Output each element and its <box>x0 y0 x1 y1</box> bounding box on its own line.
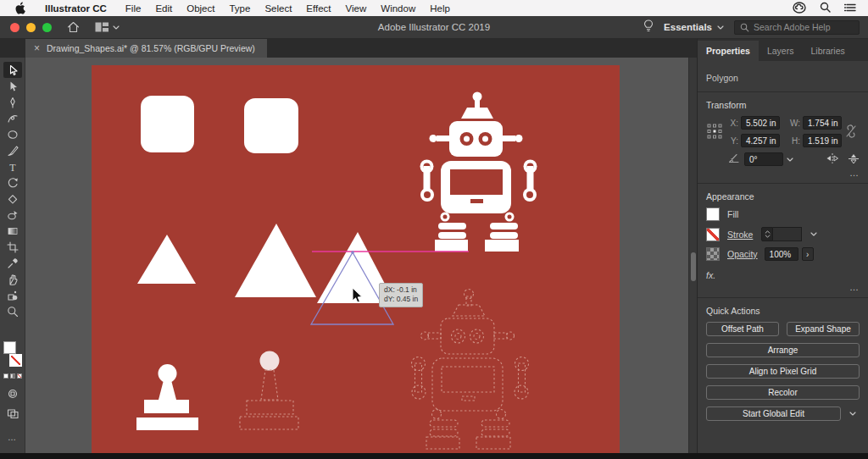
gradient-mode-icon[interactable] <box>10 373 15 379</box>
align-to-pixel-grid-button[interactable]: Align to Pixel Grid <box>706 364 860 379</box>
h-input[interactable]: 1.519 in <box>803 134 842 147</box>
y-input[interactable]: 4.257 in <box>741 134 780 147</box>
rotation-dropdown-icon[interactable] <box>783 152 797 166</box>
menu-view[interactable]: View <box>346 3 367 14</box>
zoom-window-button[interactable] <box>42 23 52 32</box>
drag-anchor-point <box>351 251 354 254</box>
opacity-input[interactable]: 100% <box>765 247 798 261</box>
tool-ellipse[interactable] <box>3 126 22 142</box>
menu-window[interactable]: Window <box>381 3 415 14</box>
stroke-label[interactable]: Stroke <box>727 230 753 240</box>
tool-selection[interactable] <box>3 62 22 78</box>
shape-rounded-square-2[interactable] <box>244 98 298 153</box>
rotation-angle-icon <box>728 153 740 165</box>
stroke-swatch-none[interactable] <box>9 354 22 367</box>
stroke-color-swatch[interactable] <box>706 228 720 241</box>
fill-swatch-white[interactable] <box>3 341 16 354</box>
tool-pen[interactable] <box>3 94 22 110</box>
screen-mode-button[interactable] <box>3 405 22 421</box>
tool-curvature[interactable] <box>3 110 22 126</box>
document-tab[interactable]: × Drawing_Shapes.ai* @ 81.57% (RGB/GPU P… <box>25 39 267 58</box>
notification-center-icon[interactable] <box>844 3 856 14</box>
arrange-button[interactable]: Arrange <box>706 343 860 357</box>
color-mode-icon[interactable] <box>3 373 8 379</box>
tool-type[interactable]: T <box>3 158 22 174</box>
menubar-app-name[interactable]: Illustrator CC <box>45 3 107 14</box>
opacity-swatch[interactable] <box>706 247 720 261</box>
spotlight-search-icon[interactable] <box>820 2 831 14</box>
appearance-more-options[interactable]: … <box>706 280 860 297</box>
tool-artboard[interactable] <box>3 239 22 255</box>
menu-file[interactable]: File <box>125 3 142 14</box>
stroke-weight-dropdown-icon[interactable] <box>807 228 821 241</box>
apple-menu-icon[interactable] <box>15 2 26 14</box>
panel-tabs: Properties Layers Libraries <box>698 39 868 61</box>
stroke-weight-value[interactable] <box>773 227 802 241</box>
global-edit-options-icon[interactable] <box>846 407 860 421</box>
none-mode-icon[interactable] <box>17 373 22 379</box>
app-titlebar: Adobe Illustrator CC 2019 Essentials Sea… <box>0 16 868 39</box>
quick-actions-heading: Quick Actions <box>706 298 860 322</box>
tab-properties[interactable]: Properties <box>698 41 759 61</box>
workspace-switcher[interactable]: Essentials <box>664 22 724 32</box>
transform-more-options[interactable]: … <box>706 166 860 183</box>
canvas-area[interactable]: dX: -0.1 in dY: 0.45 in <box>25 58 688 453</box>
x-label: X: <box>728 119 741 128</box>
tab-layers[interactable]: Layers <box>759 41 803 61</box>
tool-symbol-sprayer[interactable] <box>3 287 22 303</box>
menu-select[interactable]: Select <box>264 3 292 14</box>
vertical-scrollbar[interactable] <box>688 58 697 453</box>
minimize-window-button[interactable] <box>26 23 36 32</box>
workspace-label: Essentials <box>664 22 712 32</box>
fill-stroke-indicator[interactable] <box>3 341 22 367</box>
fill-color-swatch[interactable] <box>706 207 720 221</box>
document-tabstrip: × Drawing_Shapes.ai* @ 81.57% (RGB/GPU P… <box>0 39 697 58</box>
tool-rotate[interactable] <box>3 174 22 191</box>
search-help-input[interactable]: Search Adobe Help <box>734 20 860 35</box>
arrange-documents-button[interactable] <box>95 22 120 32</box>
close-window-button[interactable] <box>10 23 19 32</box>
constrain-proportions-icon[interactable] <box>844 124 858 141</box>
scrollbar-thumb[interactable] <box>691 252 696 281</box>
flip-vertical-icon[interactable] <box>848 153 860 166</box>
menu-type[interactable]: Type <box>229 3 250 14</box>
shape-rounded-square-1[interactable] <box>141 96 194 152</box>
tool-hand[interactable] <box>3 271 22 287</box>
expand-shape-button[interactable]: Expand Shape <box>787 322 860 336</box>
w-input[interactable]: 1.754 in <box>803 116 842 130</box>
close-document-icon[interactable]: × <box>34 43 40 53</box>
tool-gradient[interactable] <box>3 223 22 239</box>
start-global-edit-button[interactable]: Start Global Edit <box>706 406 841 421</box>
tool-paintbrush[interactable] <box>3 142 22 158</box>
reference-point-icon[interactable] <box>706 123 728 141</box>
draw-mode-button[interactable] <box>3 385 22 401</box>
gpu-performance-icon[interactable] <box>643 19 654 36</box>
tool-eyedropper[interactable] <box>3 255 22 271</box>
x-input[interactable]: 5.502 in <box>741 116 780 130</box>
menu-help[interactable]: Help <box>430 3 450 14</box>
color-mode-row <box>3 373 22 379</box>
tool-zoom[interactable] <box>3 303 22 319</box>
flip-horizontal-icon[interactable] <box>826 153 839 166</box>
creative-cloud-icon[interactable] <box>793 2 806 15</box>
tab-libraries[interactable]: Libraries <box>802 41 853 61</box>
home-button[interactable] <box>67 21 80 33</box>
tools-panel: T <box>0 58 25 453</box>
fill-label: Fill <box>727 209 738 219</box>
tooltip-dx: dX: -0.1 in <box>384 285 418 295</box>
menu-object[interactable]: Object <box>186 3 214 14</box>
stroke-weight-stepper[interactable] <box>761 227 773 241</box>
tool-shape-builder[interactable] <box>3 207 22 223</box>
fx-effects-button[interactable]: fx. <box>706 267 860 280</box>
tool-direct-selection[interactable] <box>3 78 22 94</box>
offset-path-button[interactable]: Offset Path <box>706 322 779 336</box>
opacity-label[interactable]: Opacity <box>727 249 758 259</box>
recolor-button[interactable]: Recolor <box>706 385 860 400</box>
opacity-options-arrow[interactable]: › <box>802 247 814 261</box>
menu-edit[interactable]: Edit <box>155 3 172 14</box>
illustrator-window: Illustrator CC File Edit Object Type Sel… <box>0 0 868 459</box>
toolbar-more-button[interactable]: … <box>8 433 17 442</box>
tool-eraser[interactable] <box>3 191 22 207</box>
menu-effect[interactable]: Effect <box>306 3 331 14</box>
rotation-input[interactable]: 0° <box>744 152 783 166</box>
